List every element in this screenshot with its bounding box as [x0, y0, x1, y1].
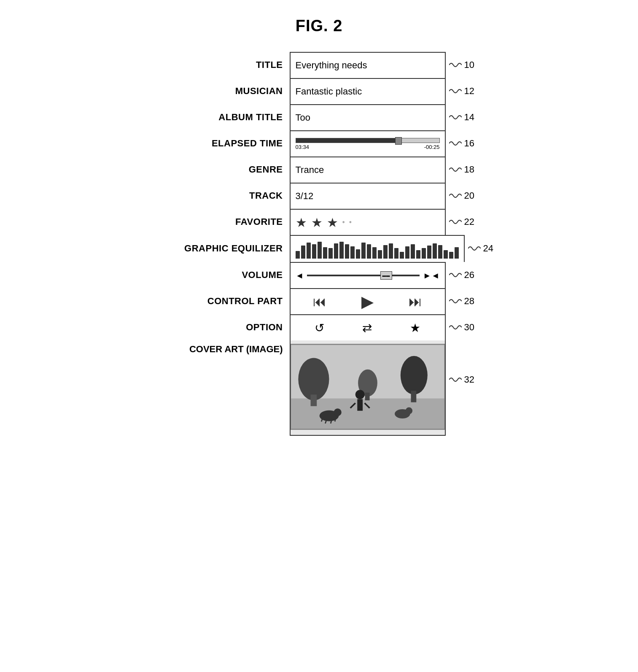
- eq-bar: [372, 247, 377, 259]
- svg-point-14: [334, 408, 341, 416]
- shuffle-icon[interactable]: ⇄: [362, 321, 372, 335]
- eq-bar: [394, 248, 398, 259]
- star-4[interactable]: •: [342, 218, 345, 227]
- track-row: TRACK 3/12 20: [159, 183, 479, 209]
- track-content[interactable]: 3/12: [290, 183, 446, 209]
- elapsed-time-right: -00:25: [424, 144, 440, 150]
- volume-up-icon[interactable]: ►◄: [423, 271, 440, 281]
- elapsed-time-left: 03:34: [296, 144, 310, 150]
- volume-wavy: 26: [449, 270, 474, 281]
- control-wavy: 28: [449, 296, 474, 307]
- option-row: OPTION ↺ ⇄ ★ 30: [159, 314, 479, 340]
- volume-track[interactable]: ▬▬: [307, 275, 420, 276]
- eq-bar: [422, 248, 426, 259]
- genre-content[interactable]: Trance: [290, 157, 446, 183]
- star-1[interactable]: ★: [296, 215, 307, 230]
- volume-content[interactable]: ◄ ▬▬ ►◄: [290, 262, 446, 288]
- repeat-icon[interactable]: ↺: [315, 321, 324, 335]
- eq-bar: [416, 250, 420, 259]
- eq-content[interactable]: [290, 235, 465, 262]
- eq-bar: [455, 247, 459, 259]
- eq-bar: [361, 243, 366, 259]
- elapsed-time-row: ELAPSED TIME 03:34 -00:25: [159, 130, 479, 157]
- album-wavy: 14: [449, 112, 474, 123]
- genre-connector: 18: [446, 157, 479, 183]
- album-connector: 14: [446, 104, 479, 130]
- eq-bar: [444, 250, 448, 259]
- elapsed-times: 03:34 -00:25: [296, 144, 440, 150]
- option-connector: 30: [446, 314, 479, 340]
- track-connector: 20: [446, 183, 479, 209]
- album-title-label: ALBUM TITLE: [159, 104, 290, 130]
- svg-rect-10: [357, 399, 363, 410]
- page-wrapper: FIG. 2 TITLE Everything needs 10 MUSICIA…: [8, 17, 630, 436]
- option-buttons: ↺ ⇄ ★: [296, 321, 440, 335]
- favorite-wavy: 22: [449, 216, 474, 227]
- favorite-connector: 22: [446, 209, 479, 235]
- option-content[interactable]: ↺ ⇄ ★: [290, 314, 446, 340]
- next-button[interactable]: ⏭: [409, 294, 422, 310]
- eq-bar: [328, 248, 333, 259]
- cover-art-label: COVER ART (IMAGE): [159, 340, 290, 436]
- musician-content[interactable]: Fantastic plastic: [290, 78, 446, 104]
- eq-bar: [323, 247, 327, 259]
- volume-thumb-label: ▬▬: [382, 273, 390, 278]
- title-content[interactable]: Everything needs: [290, 52, 446, 78]
- eq-wavy: 24: [468, 243, 493, 254]
- elapsed-time-content[interactable]: 03:34 -00:25: [290, 130, 446, 157]
- genre-value: Trance: [296, 165, 324, 175]
- ref-32: 32: [464, 374, 474, 385]
- volume-thumb[interactable]: ▬▬: [380, 271, 392, 280]
- elapsed-bar-track[interactable]: [296, 138, 440, 143]
- eq-bar: [307, 243, 311, 259]
- ref-20: 20: [464, 190, 474, 201]
- cover-art-image: [291, 340, 445, 433]
- eq-bar: [438, 245, 442, 259]
- favorite-content[interactable]: ★ ★ ★ • •: [290, 209, 446, 235]
- eq-container: [296, 239, 459, 259]
- star-2[interactable]: ★: [311, 215, 323, 230]
- volume-label: VOLUME: [159, 262, 290, 288]
- musician-wavy: 12: [449, 86, 474, 97]
- genre-row: GENRE Trance 18: [159, 157, 479, 183]
- favorite-option-icon[interactable]: ★: [410, 321, 420, 335]
- wavy-line-26: [449, 270, 462, 280]
- elapsed-bar-fill: [296, 138, 399, 143]
- eq-bar: [400, 252, 404, 259]
- svg-point-5: [400, 356, 427, 395]
- wavy-line-16: [449, 138, 462, 148]
- title-label: TITLE: [159, 52, 290, 78]
- eq-bar: [339, 242, 344, 259]
- wavy-line-32: [449, 375, 462, 385]
- control-content[interactable]: ⏮ ▶ ⏭: [290, 288, 446, 314]
- ref-14: 14: [464, 112, 474, 123]
- elapsed-bar-thumb[interactable]: [395, 137, 402, 145]
- favorite-label: FAVORITE: [159, 209, 290, 235]
- wavy-line-12: [449, 86, 462, 96]
- eq-bar: [318, 242, 322, 259]
- ref-18: 18: [464, 164, 474, 175]
- figure-title: FIG. 2: [296, 17, 343, 35]
- eq-bar: [411, 244, 415, 259]
- musician-connector: 12: [446, 78, 479, 104]
- star-3[interactable]: ★: [327, 215, 338, 230]
- ref-22: 22: [464, 216, 474, 227]
- prev-button[interactable]: ⏮: [313, 294, 326, 310]
- cover-art-row: COVER ART (IMAGE): [159, 340, 479, 436]
- volume-down-icon[interactable]: ◄: [296, 271, 304, 281]
- star-5[interactable]: •: [349, 218, 352, 227]
- eq-bar: [356, 249, 360, 259]
- play-button[interactable]: ▶: [361, 292, 374, 311]
- elapsed-bar-wrapper: 03:34 -00:25: [296, 138, 440, 150]
- album-title-content[interactable]: Too: [290, 104, 446, 130]
- control-connector: 28: [446, 288, 479, 314]
- musician-label: MUSICIAN: [159, 78, 290, 104]
- musician-value: Fantastic plastic: [296, 86, 362, 97]
- genre-wavy: 18: [449, 164, 474, 175]
- ref-26: 26: [464, 270, 474, 281]
- option-wavy: 30: [449, 322, 474, 333]
- favorite-row: FAVORITE ★ ★ ★ • • 22: [159, 209, 479, 235]
- eq-bar: [389, 243, 393, 259]
- eq-connector: 24: [465, 235, 498, 262]
- eq-bar: [301, 246, 305, 259]
